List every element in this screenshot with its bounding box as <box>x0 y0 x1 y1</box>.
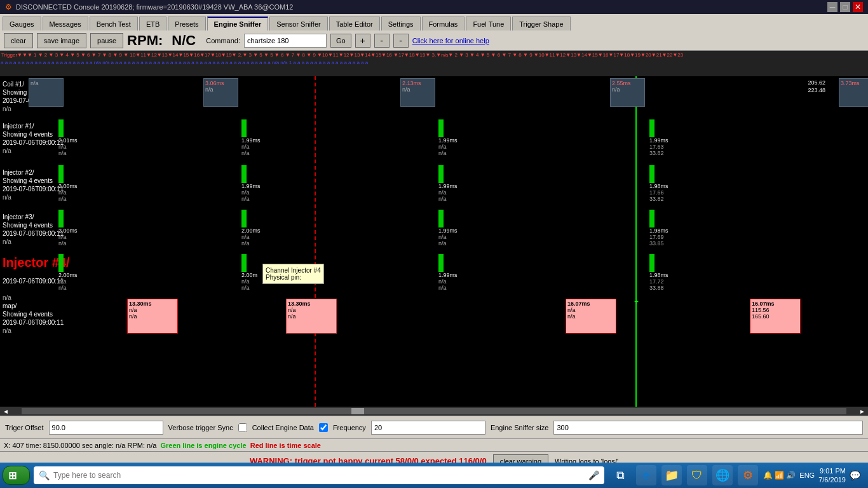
inj4-event4: 1.98ms 17.72 33.88 <box>649 254 668 291</box>
notification-icon[interactable]: 💬 <box>850 470 860 480</box>
inj1-event4: 1.99ms 17.63 33.82 <box>649 119 668 156</box>
scrollbar-track[interactable] <box>22 408 846 414</box>
green-engine-cycle-line <box>635 76 637 407</box>
zoom-neutral-button[interactable]: - <box>374 34 390 48</box>
map-label: map/ Showing 4 events 2019-07-06T09:00:1… <box>3 302 64 335</box>
go-button[interactable]: Go <box>330 34 351 48</box>
tab-sensor-sniffer[interactable]: Sensor Sniffer <box>269 17 328 30</box>
inj3-event3: 1.99ms n/a n/a <box>438 210 458 247</box>
start-button[interactable]: ⊞ <box>3 466 30 485</box>
frequency-input[interactable] <box>371 421 485 435</box>
inj2-event2: 1.99ms n/a n/a <box>241 165 261 202</box>
security-icon[interactable]: 🛡 <box>687 465 707 485</box>
tab-table-editor[interactable]: Table Editor <box>329 17 380 30</box>
collect-engine-checkbox[interactable] <box>319 423 328 432</box>
coil1-right-vals: 205.62 223.48 <box>808 79 827 94</box>
inj3-event2: 2.00ms n/a n/a <box>241 210 261 247</box>
close-btn[interactable]: ✕ <box>853 2 863 12</box>
minimize-btn[interactable]: ─ <box>827 2 837 12</box>
scrollbar-thumb[interactable] <box>351 408 364 414</box>
inj2-label: Injector #2/ Showing 4 events 2019-07-06… <box>3 168 64 201</box>
coil1-event5: 3.73ms <box>839 78 868 107</box>
title-bar: ⚙ DISCONNECTED Console 20190628; firmwar… <box>0 0 868 14</box>
tab-messages[interactable]: Messages <box>43 17 88 30</box>
rpm-value: N/C <box>172 32 196 49</box>
trigger-offset-label: Triger Offset <box>5 424 44 431</box>
inj3-event1: 2.00ms n/a n/a <box>58 210 78 247</box>
tab-settings[interactable]: Settings <box>381 17 421 30</box>
inj2-event1: 2.00ms n/a n/a <box>58 165 78 202</box>
app-icon: ⚙ <box>5 3 12 11</box>
zoom-plus-button[interactable]: + <box>355 34 370 48</box>
maximize-btn[interactable]: □ <box>840 2 850 12</box>
clock: 9:01 PM 7/6/2019 <box>818 466 846 485</box>
windows-icon: ⊞ <box>8 470 17 482</box>
pause-button[interactable]: pause <box>90 33 123 48</box>
title-text: ⚙ DISCONNECTED Console 20190628; firmwar… <box>5 3 293 11</box>
title-label: DISCONNECTED Console 20190628; firmware=… <box>16 3 293 11</box>
inj4-event2: 2.00m n/a n/a <box>241 254 257 291</box>
tab-trigger-shape[interactable]: Trigger Shape <box>512 17 570 30</box>
collect-engine-label: Collect Engine Data <box>252 424 314 431</box>
inj1-label: Injector #1/ Showing 4 events 2019-07-06… <box>3 122 64 155</box>
tab-presets[interactable]: Presets <box>168 17 205 30</box>
online-help-link[interactable]: Click here for online help <box>412 37 489 44</box>
tab-etb[interactable]: ETB <box>139 17 166 30</box>
map-event4: 16.07ms 115.56 165.60 <box>750 299 801 334</box>
tab-bench-test[interactable]: Bench Test <box>90 17 138 30</box>
app-icon-taskbar[interactable]: ⚙ <box>738 465 758 485</box>
red-status-text: Red line is time scale <box>250 442 321 449</box>
coil1-event1: n/a <box>29 78 64 107</box>
command-input[interactable] <box>244 34 327 48</box>
inj1-event3: 1.99ms n/a n/a <box>438 119 458 156</box>
inj3-label: Injector #3/ Showing 4 events 2019-07-06… <box>3 213 64 246</box>
zoom-minus-button[interactable]: - <box>393 34 409 48</box>
engine-sniffer-label: Engine Sniffer size <box>491 424 549 431</box>
search-input[interactable] <box>53 471 585 480</box>
tray-icons: 🔔 📶 🔊 <box>763 471 796 480</box>
save-image-button[interactable]: save image <box>37 33 86 48</box>
toolbar: clear save image pause RPM: N/C Command:… <box>0 30 868 51</box>
clear-button[interactable]: clear <box>4 33 33 48</box>
file-explorer-icon[interactable]: 📁 <box>661 465 682 485</box>
inj4-event3: 1.99ms n/a n/a <box>438 254 458 291</box>
lang-indicator: ENG <box>799 471 815 479</box>
inj3-event4: 1.98ms 17.69 33.85 <box>649 210 668 247</box>
inj2-event3: 1.99ms n/a n/a <box>438 165 458 202</box>
map-event3: 16.07ms n/a n/a <box>566 299 616 334</box>
scrollbar-area[interactable]: ◄ ► <box>0 407 868 416</box>
engine-sniffer-input[interactable] <box>553 421 863 435</box>
tab-engine-sniffer[interactable]: Engine Sniffer <box>207 17 269 30</box>
rpm-label: RPM: <box>127 32 163 49</box>
coil1-event4: 2.55ms n/a <box>610 78 645 107</box>
trigger-offset-input[interactable] <box>49 421 163 435</box>
map-event2: 13.30ms n/a n/a <box>286 299 337 334</box>
status-bar: X: 407 time: 8150.00000 sec angle: n/a R… <box>0 438 868 451</box>
task-view-button[interactable]: ⧉ <box>611 465 631 485</box>
cursor-indicator: + <box>634 297 639 306</box>
verbose-trigger-label: Verbose trigger Sync <box>168 424 233 431</box>
menu-tabs: Gauges Messages Bench Test ETB Presets E… <box>0 14 868 30</box>
tooltip-line2: Physical pin: <box>266 274 321 281</box>
timeline-row1: Trigger▼▼▼ 1 ▼ 2 ▼ 3 ▼ 4 ▼ 5 ▼ 6 ▼ 7 ▼ 8… <box>0 51 868 59</box>
taskbar-icons: ⧉ e 📁 🛡 🌐 ⚙ <box>611 465 758 485</box>
tab-fuel-tune[interactable]: Fuel Tune <box>466 17 511 30</box>
clock-date: 7/6/2019 <box>818 475 846 484</box>
status-left-text: X: 407 time: 8150.00000 sec angle: n/a R… <box>4 442 156 449</box>
inj2-event4: 1.98ms 17.66 33.82 <box>649 165 668 202</box>
verbose-trigger-checkbox[interactable] <box>238 423 247 432</box>
search-bar[interactable]: 🔍 🎤 <box>34 466 604 484</box>
coil1-event2: 3.06ms n/a <box>203 78 238 107</box>
green-status-text: Green line is engine cycle <box>160 442 246 449</box>
red-timeline-line <box>315 76 316 407</box>
chart-area: Coil #1/ Showing 5 events 2019-07-06T09:… <box>0 76 868 407</box>
tab-gauges[interactable]: Gauges <box>3 17 41 30</box>
inj1-event1: 2.01ms n/a n/a <box>58 119 78 156</box>
chrome-icon[interactable]: 🌐 <box>712 465 733 485</box>
title-controls: ─ □ ✕ <box>827 2 863 12</box>
edge-icon[interactable]: e <box>636 465 656 485</box>
microphone-icon[interactable]: 🎤 <box>588 470 599 480</box>
command-label: Command: <box>206 37 240 44</box>
system-tray: 🔔 📶 🔊 ENG 9:01 PM 7/6/2019 💬 <box>758 466 865 485</box>
tab-formulas[interactable]: Formulas <box>422 17 465 30</box>
